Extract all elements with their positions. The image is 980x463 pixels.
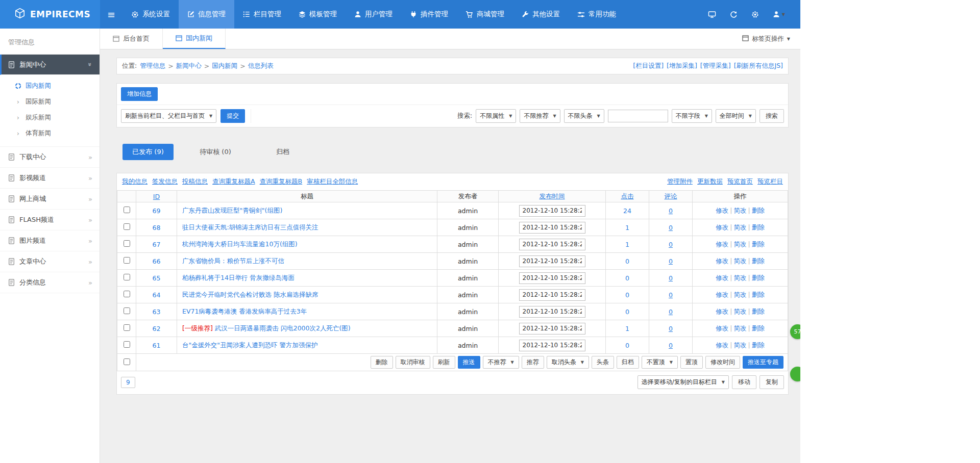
status-tab-1[interactable]: 已发布 (9) — [122, 144, 174, 160]
row-op-2[interactable]: 简改 — [734, 274, 747, 281]
sidebar-section-1[interactable]: 新闻中心» — [0, 55, 100, 75]
batch-button-1[interactable]: 删除 — [371, 356, 393, 369]
row-op-2[interactable]: 简改 — [734, 324, 747, 332]
batch-button-4[interactable]: 推送 — [458, 356, 480, 369]
topnav-item-wrench[interactable]: 其他设置 — [513, 0, 569, 29]
row-op-2[interactable]: 简改 — [734, 207, 747, 214]
batch-button-8[interactable]: 头条 — [592, 356, 614, 369]
quick-link-left-6[interactable]: 审核栏目全部信息 — [307, 177, 358, 185]
topnav-item-sliders[interactable]: 常用功能 — [569, 0, 625, 29]
status-tab-2[interactable]: 待审核 (0) — [190, 144, 241, 160]
topnav-item-edit[interactable]: 信息管理 — [179, 0, 234, 29]
column-header-link[interactable]: 评论 — [665, 192, 677, 200]
quick-link-right-2[interactable]: 更新数据 — [697, 177, 723, 185]
sidebar-item-2[interactable]: ›国际新闻 — [0, 94, 100, 110]
topbar-refresh-button[interactable] — [730, 11, 738, 18]
topbar-user-button[interactable]: ▼ — [773, 11, 785, 18]
row-op-1[interactable]: 修改 — [716, 274, 728, 281]
row-checkbox[interactable] — [124, 324, 130, 331]
row-id-link[interactable]: 64 — [153, 291, 161, 299]
row-title-link[interactable]: 柏杨葬礼将于14日举行 骨灰撒绿岛海面 — [182, 274, 295, 281]
row-op-1[interactable]: 修改 — [716, 341, 728, 349]
recommend-filter-select[interactable]: 不限推荐▼ — [520, 109, 560, 123]
row-comments-link[interactable]: 0 — [669, 342, 673, 349]
row-checkbox[interactable] — [124, 207, 130, 213]
row-title-link[interactable]: 台"金援外交"丑闻涉案人遭到恐吓 警方加强保护 — [182, 341, 317, 349]
breadcrumb-link-2[interactable]: 新闻中心 — [176, 62, 202, 70]
batch-button-12[interactable]: 修改时间 — [705, 356, 740, 369]
row-op-3[interactable]: 删除 — [752, 307, 765, 315]
row-comments-link[interactable]: 0 — [669, 224, 673, 232]
topbar-monitor-button[interactable] — [708, 11, 716, 18]
tab-actions-dropdown[interactable]: 标签页操作 ▼ — [732, 29, 800, 49]
sidebar-item-4[interactable]: ›体育新闻 — [0, 125, 100, 141]
row-id-link[interactable]: 65 — [153, 274, 161, 282]
row-op-2[interactable]: 简改 — [734, 341, 747, 349]
row-time-input[interactable] — [519, 340, 585, 351]
row-clicks-link[interactable]: 1 — [625, 241, 629, 248]
row-title-link[interactable]: 驻日大使崔天凯:胡锦涛主席访日有三点值得关注 — [182, 223, 318, 231]
sidebar-item-3[interactable]: ›娱乐新闻 — [0, 110, 100, 125]
row-time-input[interactable] — [519, 239, 585, 250]
row-op-2[interactable]: 简改 — [734, 240, 747, 248]
row-id-link[interactable]: 66 — [153, 258, 161, 265]
quick-link-left-3[interactable]: 投稿信息 — [182, 177, 208, 185]
topnav-item-gear[interactable]: 系统设置 — [122, 0, 179, 29]
breadcrumb-link-1[interactable]: 管理信息 — [140, 62, 165, 70]
row-id-link[interactable]: 61 — [153, 342, 161, 349]
row-comments-link[interactable]: 0 — [669, 291, 673, 299]
row-id-link[interactable]: 68 — [153, 224, 161, 232]
batch-select-checkbox[interactable] — [124, 358, 130, 365]
search-button[interactable]: 搜索 — [760, 109, 784, 123]
move-button[interactable]: 移动 — [732, 375, 756, 389]
breadcrumb-link-3[interactable]: 国内新闻 — [212, 62, 237, 70]
row-checkbox[interactable] — [124, 257, 130, 264]
row-time-input[interactable] — [519, 289, 585, 301]
row-op-1[interactable]: 修改 — [716, 240, 728, 248]
row-op-1[interactable]: 修改 — [716, 257, 728, 265]
time-filter-select[interactable]: 全部时间▼ — [716, 109, 756, 123]
status-tab-3[interactable]: 归档 — [257, 144, 308, 160]
headline-filter-select[interactable]: 不限头条▼ — [564, 109, 604, 123]
logo[interactable]: EMPIRECMS — [0, 0, 100, 29]
batch-button-9[interactable]: 归档 — [617, 356, 639, 369]
batch-button-11[interactable]: 置顶 — [680, 356, 703, 369]
row-title-link[interactable]: 广东省物价局：粮价节后上涨不可信 — [182, 257, 284, 265]
row-title-link[interactable]: EV71病毒袭粤港澳 香港发病率高于过去3年 — [182, 307, 307, 315]
row-clicks-link[interactable]: 0 — [625, 274, 629, 282]
row-title-link[interactable]: 民进党今开临时党代会检讨败选 陈水扁选择缺席 — [182, 291, 318, 298]
quick-link-right-4[interactable]: 预览栏目 — [757, 177, 783, 185]
copy-button[interactable]: 复制 — [760, 375, 784, 389]
row-time-input[interactable] — [519, 255, 585, 267]
row-op-1[interactable]: 修改 — [716, 291, 728, 298]
row-comments-link[interactable]: 0 — [669, 207, 673, 215]
row-checkbox[interactable] — [124, 307, 130, 314]
quick-link-left-4[interactable]: 查询重复标题A — [212, 177, 255, 185]
row-time-input[interactable] — [519, 222, 585, 234]
row-time-input[interactable] — [519, 323, 585, 335]
row-comments-link[interactable]: 0 — [669, 325, 673, 332]
breadcrumb-action-1[interactable]: [栏目设置] — [633, 62, 664, 70]
batch-select-5[interactable]: 不推荐▼ — [483, 356, 519, 369]
sidebar-section-5[interactable]: FLASH频道» — [0, 210, 100, 230]
column-header-link[interactable]: ID — [153, 193, 160, 200]
quick-link-right-3[interactable]: 预览首页 — [727, 177, 753, 185]
row-op-3[interactable]: 删除 — [752, 291, 765, 298]
row-comments-link[interactable]: 0 — [669, 308, 673, 316]
row-checkbox[interactable] — [124, 240, 130, 247]
attr-filter-select[interactable]: 不限属性▼ — [476, 109, 516, 123]
tab-2[interactable]: 国内新闻 — [163, 29, 226, 49]
hamburger-menu-icon[interactable]: ≡ — [100, 0, 122, 29]
row-clicks-link[interactable]: 0 — [625, 258, 629, 265]
row-op-2[interactable]: 简改 — [734, 223, 747, 231]
row-comments-link[interactable]: 0 — [669, 241, 673, 248]
row-op-2[interactable]: 简改 — [734, 307, 747, 315]
row-title-link[interactable]: 杭州湾跨海大桥日均车流量逾10万(组图) — [182, 240, 298, 248]
row-comments-link[interactable]: 0 — [669, 258, 673, 265]
row-checkbox[interactable] — [124, 291, 130, 297]
batch-button-2[interactable]: 取消审核 — [396, 356, 430, 369]
row-op-3[interactable]: 删除 — [752, 257, 765, 265]
topnav-item-user[interactable]: 用户管理 — [346, 0, 401, 29]
breadcrumb-action-4[interactable]: [刷新所有信息JS] — [734, 62, 783, 70]
row-id-link[interactable]: 67 — [153, 241, 161, 248]
